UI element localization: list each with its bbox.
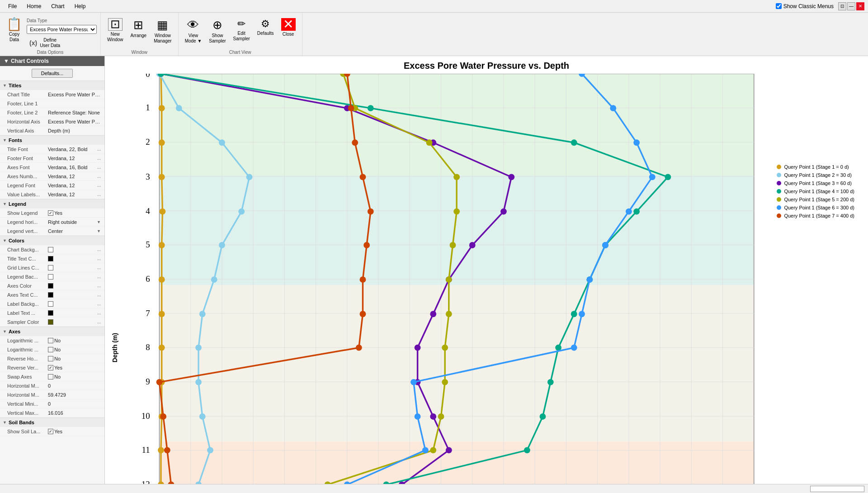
label-text-dots[interactable]: ... xyxy=(97,310,101,315)
prop-axes-color: Axes Color ... xyxy=(0,281,104,290)
svg-text:2: 2 xyxy=(146,137,150,147)
grid-lines-dots[interactable]: ... xyxy=(97,265,101,270)
svg-point-187 xyxy=(360,311,366,317)
panel-collapse-arrow: ▼ xyxy=(4,58,9,64)
title-text-dots[interactable]: ... xyxy=(97,256,101,261)
grid-lines-swatch[interactable] xyxy=(48,265,53,270)
svg-point-151 xyxy=(450,242,456,248)
fonts-label: Fonts xyxy=(9,137,22,143)
sampler-color-swatch[interactable] xyxy=(48,319,53,325)
axes-font-dots[interactable]: ... xyxy=(97,165,101,170)
ribbon-data-buttons: 📋 CopyData Data Type Excess Pore Water P… xyxy=(4,14,97,50)
svg-point-169 xyxy=(586,276,593,283)
svg-point-122 xyxy=(430,413,436,420)
section-axes[interactable]: ▼ Axes xyxy=(0,327,104,336)
show-soil-checkbox[interactable]: ✓ xyxy=(48,429,53,434)
label-bg-swatch[interactable] xyxy=(48,301,53,307)
section-legend[interactable]: ▼ Legend xyxy=(0,199,104,209)
svg-point-153 xyxy=(446,311,452,317)
legend-label-3: Query Point 1 (Stage 3 = 60 d) xyxy=(784,180,852,186)
prop-chart-title: Chart Title Excess Pore Water Pressure v… xyxy=(0,90,104,99)
chart-bg-dots[interactable]: ... xyxy=(97,247,101,252)
svg-point-115 xyxy=(508,174,514,180)
svg-text:6: 6 xyxy=(146,274,150,284)
sampler-color-dots[interactable]: ... xyxy=(97,319,101,324)
defaults-btn-ribbon[interactable]: ⚙ Defaults xyxy=(255,16,277,38)
section-fonts[interactable]: ▼ Fonts xyxy=(0,135,104,145)
section-soil-bands[interactable]: ▼ Soil Bands xyxy=(0,417,104,427)
svg-point-183 xyxy=(360,174,366,180)
restore-btn[interactable]: ⊡ xyxy=(838,2,846,10)
axes-text-dots[interactable]: ... xyxy=(97,292,101,297)
y-axis-label: Depth (m) xyxy=(109,74,120,484)
define-user-data-btn[interactable]: (x) DefineUser Data xyxy=(27,36,63,50)
close-btn[interactable]: ✕ xyxy=(856,2,864,10)
section-titles[interactable]: ▼ Titles xyxy=(0,81,104,90)
show-sampler-btn[interactable]: ⊕ ShowSampler xyxy=(206,16,228,46)
legend-bg-dots[interactable]: ... xyxy=(97,274,101,279)
svg-point-186 xyxy=(360,276,366,283)
close-btn-ribbon[interactable]: ✕ Close xyxy=(278,16,298,39)
log-y-checkbox[interactable] xyxy=(48,347,53,352)
chart-bg-swatch[interactable] xyxy=(48,247,53,252)
defaults-label: Defaults xyxy=(257,31,274,36)
prop-legend-horiz: Legend hori... Right outside ▼ xyxy=(0,218,104,227)
chart-svg-area: 0 3 6 9 12 15 18 21 24 27 30 33 36 39 42… xyxy=(120,74,863,484)
axes-color-dots[interactable]: ... xyxy=(97,283,101,288)
footer-font-dots[interactable]: ... xyxy=(97,156,101,161)
data-type-select[interactable]: Excess Pore Water Pressure xyxy=(27,25,97,34)
legend-section-label: Legend xyxy=(9,201,26,207)
defaults-panel-btn[interactable]: Defaults... xyxy=(32,69,73,78)
copy-data-btn[interactable]: 📋 CopyData xyxy=(4,16,25,44)
svg-point-136 xyxy=(571,311,577,317)
prop-horiz-max: Horizontal M... 59.4729 xyxy=(0,390,104,399)
menu-help[interactable]: Help xyxy=(70,2,90,10)
prop-reverse-vert: Reverse Ver... ✓ Yes xyxy=(0,363,104,372)
svg-point-79 xyxy=(159,105,165,111)
legend-horiz-arrow[interactable]: ▼ xyxy=(97,220,101,224)
show-classic-menus: Show Classic Menus xyxy=(776,3,834,9)
window-manager-btn[interactable]: ▦ WindowManager xyxy=(151,16,174,46)
value-labels-dots[interactable]: ... xyxy=(97,192,101,197)
edit-sampler-btn[interactable]: ✏ EditSampler xyxy=(231,16,253,43)
log-x-checkbox[interactable] xyxy=(48,338,53,343)
svg-point-100 xyxy=(219,242,225,248)
minimize-btn[interactable]: — xyxy=(847,2,855,10)
arrange-btn[interactable]: ⊞ Arrange xyxy=(128,16,150,40)
svg-point-174 xyxy=(422,447,429,453)
axes-numb-dots[interactable]: ... xyxy=(97,174,101,179)
menu-file[interactable]: File xyxy=(4,2,21,10)
view-mode-btn[interactable]: 👁 ViewMode ▼ xyxy=(182,16,205,46)
ribbon-group-window-label: Window xyxy=(101,50,178,55)
label-bg-dots[interactable]: ... xyxy=(97,301,101,306)
prop-footer-line1: Footer, Line 1 xyxy=(0,99,104,108)
svg-point-84 xyxy=(159,276,165,283)
show-classic-label: Show Classic Menus xyxy=(783,3,834,9)
prop-footer-line2: Footer, Line 2 Reference Stage: None xyxy=(0,108,104,117)
svg-point-131 xyxy=(571,139,577,146)
legend-bg-swatch[interactable] xyxy=(48,274,53,280)
swap-axes-checkbox[interactable] xyxy=(48,374,53,379)
panel-header[interactable]: ▼ Chart Controls xyxy=(0,56,104,66)
label-text-swatch[interactable] xyxy=(48,310,53,316)
new-window-btn[interactable]: ⊡ NewWindow xyxy=(104,16,126,44)
menu-home[interactable]: Home xyxy=(22,2,46,10)
menu-chart[interactable]: Chart xyxy=(47,2,69,10)
axes-text-swatch[interactable] xyxy=(48,292,53,298)
svg-point-98 xyxy=(246,174,253,180)
show-legend-checkbox[interactable]: ✓ xyxy=(48,210,53,216)
prop-reverse-horiz: Reverse Ho... No xyxy=(0,354,104,363)
prop-title-text-color: Title Text C... ... xyxy=(0,254,104,263)
legend-vert-arrow[interactable]: ▼ xyxy=(97,229,101,233)
section-colors[interactable]: ▼ Colors xyxy=(0,236,104,245)
reverse-horiz-checkbox[interactable] xyxy=(48,356,53,361)
axes-color-swatch[interactable] xyxy=(48,283,53,289)
legend-font-dots[interactable]: ... xyxy=(97,183,101,188)
svg-text:7: 7 xyxy=(146,308,150,318)
title-text-swatch[interactable] xyxy=(48,256,53,261)
title-font-dots[interactable]: ... xyxy=(97,147,101,152)
svg-point-154 xyxy=(442,345,448,351)
svg-point-82 xyxy=(160,209,166,215)
show-classic-checkbox[interactable] xyxy=(776,3,782,9)
reverse-vert-checkbox[interactable]: ✓ xyxy=(48,365,53,370)
